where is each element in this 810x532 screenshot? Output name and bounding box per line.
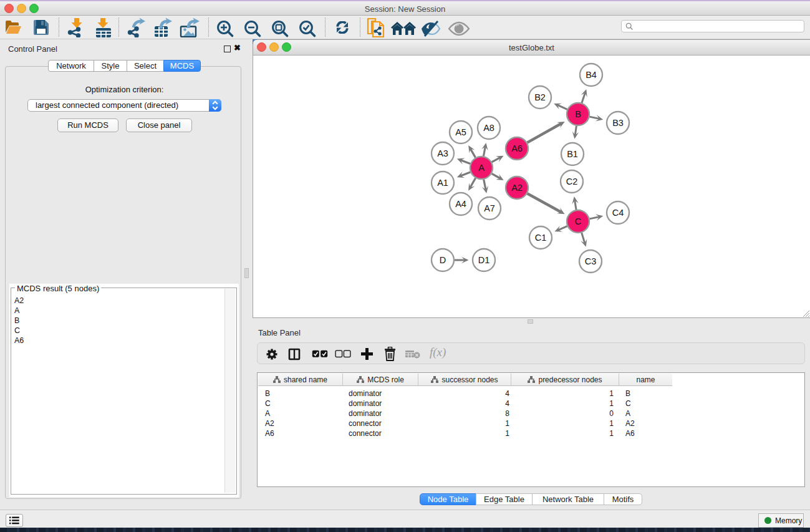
svg-text:A7: A7: [484, 203, 495, 213]
svg-text:B3: B3: [612, 118, 624, 128]
svg-text:A6: A6: [511, 143, 523, 153]
svg-text:A3: A3: [437, 148, 448, 158]
svg-text:A: A: [478, 163, 485, 173]
svg-text:C: C: [575, 216, 581, 226]
svg-text:A2: A2: [511, 183, 523, 193]
svg-text:A8: A8: [483, 123, 494, 133]
svg-text:C2: C2: [566, 177, 578, 186]
svg-text:B1: B1: [567, 149, 578, 159]
svg-text:B: B: [575, 109, 581, 119]
svg-text:C1: C1: [535, 233, 547, 243]
svg-text:B2: B2: [534, 92, 546, 102]
svg-text:B4: B4: [586, 70, 597, 80]
svg-text:D: D: [440, 255, 446, 265]
svg-text:D1: D1: [478, 255, 490, 265]
svg-text:A5: A5: [455, 127, 466, 137]
svg-text:C3: C3: [585, 256, 597, 266]
svg-text:A1: A1: [437, 178, 448, 188]
svg-text:A4: A4: [455, 199, 466, 209]
svg-text:C4: C4: [612, 208, 624, 218]
